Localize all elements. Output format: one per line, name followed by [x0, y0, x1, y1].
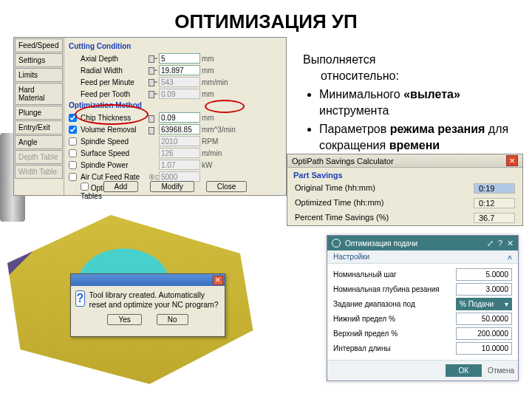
- close-icon[interactable]: ✕: [507, 239, 514, 248]
- section-title: Настройки: [333, 253, 369, 261]
- ok-button[interactable]: ОК: [446, 364, 482, 377]
- desc-bullet: Минимального «вылета» инструмента: [319, 86, 525, 118]
- value-field: 2010: [159, 136, 200, 146]
- tab-feed-speed[interactable]: Feed/Speed: [15, 38, 63, 52]
- value-field: 1.07: [159, 160, 200, 170]
- gear-icon: [332, 239, 341, 248]
- value-field: 543: [159, 77, 200, 87]
- close-icon[interactable]: ✕: [506, 155, 518, 166]
- window-title: OptiPath Savings Calculator: [292, 157, 394, 166]
- group-title: Optimization Method: [69, 101, 282, 109]
- value-field[interactable]: 5: [159, 53, 200, 64]
- checkbox[interactable]: [69, 126, 77, 134]
- cancel-button[interactable]: Отмена: [488, 364, 514, 377]
- setting-row: Интервал длины10.0000: [333, 341, 512, 355]
- group-title: Cutting Condition: [69, 42, 282, 50]
- panel-title: Оптимизация подачи: [345, 239, 417, 248]
- modify-button[interactable]: Modify: [150, 181, 194, 192]
- param-row: Radial Width19.897mm: [69, 64, 282, 76]
- checkbox[interactable]: [69, 161, 77, 169]
- page-title: ОПТИМИЗАЦИЯ УП: [0, 0, 532, 38]
- param-row: Axial Depth5mm: [69, 52, 282, 64]
- value-field[interactable]: 63968.85: [159, 124, 200, 134]
- question-icon: ?: [75, 290, 85, 307]
- slider[interactable]: [149, 81, 157, 83]
- input-field[interactable]: 10.0000: [456, 342, 512, 355]
- chevron-up-icon[interactable]: ʌ: [508, 253, 512, 261]
- section-title: Part Savings: [287, 168, 522, 181]
- value-field[interactable]: 0.09: [159, 112, 200, 123]
- desc-bullet: Параметров режима резания для сокращения…: [319, 121, 525, 153]
- input-field[interactable]: 200.0000: [456, 327, 512, 340]
- tab-plunge[interactable]: Plunge: [15, 106, 63, 120]
- setting-row: Задание диапазона под% Подачи ▾: [333, 296, 512, 311]
- checkbox[interactable]: [69, 173, 77, 181]
- yes-button[interactable]: Yes: [107, 314, 141, 325]
- checkbox[interactable]: [69, 149, 77, 157]
- checkbox[interactable]: [69, 137, 77, 146]
- slider[interactable]: [149, 69, 157, 71]
- param-row: Spindle Power1.07kW: [69, 159, 282, 171]
- desc-line: Выполняется: [303, 53, 375, 66]
- value-field: 126: [159, 148, 200, 158]
- tab-limits[interactable]: Limits: [15, 68, 63, 82]
- dialog-text: Tool library created. Automatically rese…: [89, 290, 220, 310]
- expand-icon[interactable]: ⤢: [487, 239, 494, 248]
- close-button[interactable]: Close: [206, 181, 248, 192]
- savings-row: Optimized Time (hh:mm)0:12: [287, 196, 522, 211]
- value-field[interactable]: 19.897: [159, 65, 200, 75]
- value-field: 0:19: [474, 183, 515, 194]
- description: Выполняется относительно: Минимального «…: [303, 52, 525, 157]
- confirm-dialog: ✕ ? Tool library created. Automatically …: [70, 273, 225, 337]
- desc-line: относительно:: [303, 68, 525, 84]
- savings-calculator: OptiPath Savings Calculator ✕ Part Savin…: [287, 154, 523, 226]
- setting-row: Верхний предел %200.0000: [333, 326, 512, 341]
- savings-row: Percent Time Savings (%)36.7: [287, 211, 522, 225]
- param-row: Volume Removal63968.85mm^3/min: [69, 123, 282, 135]
- value-field: 0:12: [474, 198, 515, 208]
- param-row: Feed per Minute543mm/min: [69, 76, 282, 88]
- input-field[interactable]: 3.0000: [456, 283, 512, 296]
- tab-width-table: Width Table: [15, 165, 63, 179]
- checkbox[interactable]: [69, 114, 77, 122]
- help-icon[interactable]: ?: [498, 239, 502, 248]
- setting-row: Номинальный шаг5.0000: [333, 267, 512, 282]
- tab-hard-material[interactable]: Hard Material: [15, 83, 63, 105]
- setting-row: Номинальная глубина резания3.0000: [333, 282, 512, 296]
- tab-depth-table: Depth Table: [15, 150, 63, 164]
- close-icon[interactable]: ✕: [213, 276, 223, 285]
- tab-settings[interactable]: Settings: [15, 53, 63, 67]
- add-button[interactable]: Add: [103, 181, 139, 192]
- select-field[interactable]: % Подачи ▾: [456, 298, 512, 310]
- slider[interactable]: [149, 58, 157, 59]
- value-field: 36.7: [474, 213, 515, 223]
- param-row: Feed per Tooth0.09mm: [69, 88, 282, 100]
- chevron-down-icon: ▾: [505, 300, 508, 308]
- input-field[interactable]: 50.0000: [456, 313, 512, 325]
- param-row: Chip Thickness0.09mm: [69, 112, 282, 123]
- savings-row: Original Time (hh:mm)0:19: [287, 181, 522, 196]
- tab-angle[interactable]: Angle: [15, 135, 63, 149]
- no-button[interactable]: No: [157, 314, 188, 325]
- value-field: 5000: [159, 171, 200, 182]
- slider[interactable]: [149, 93, 157, 95]
- setting-row: Нижний предел %50.0000: [333, 311, 512, 326]
- value-field: 0.09: [159, 89, 200, 99]
- param-row: Surface Speed126m/min: [69, 147, 282, 159]
- tab-entry-exit[interactable]: Entry/Exit: [15, 120, 63, 134]
- cutting-condition-panel: Feed/SpeedSettingsLimitsHard MaterialPlu…: [13, 37, 287, 196]
- feed-optimization-panel: Оптимизация подачи ⤢ ? ✕ Настройки ʌ Ном…: [327, 235, 519, 381]
- sidebar-tabs: Feed/SpeedSettingsLimitsHard MaterialPlu…: [14, 38, 64, 195]
- input-field[interactable]: 5.0000: [456, 268, 512, 281]
- param-row: Spindle Speed2010RPM: [69, 135, 282, 147]
